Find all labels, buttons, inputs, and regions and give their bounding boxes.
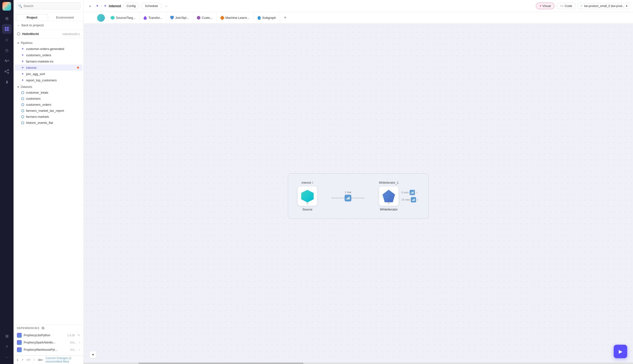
sidebar-item-join-agg-sort[interactable]: ✦ join_agg_sort	[15, 71, 82, 77]
sidebar-item-farmers-markets[interactable]: farmers-markets	[15, 114, 82, 120]
chevron-down-icon: ▼	[92, 353, 95, 356]
rail-icon-more[interactable]: ···	[2, 352, 12, 362]
dependencies-count: 5	[41, 326, 46, 330]
search-icon: 🔍	[18, 4, 22, 8]
pipelines-section-header[interactable]: ▼ Pipelines	[14, 39, 83, 46]
svg-rect-0	[5, 27, 7, 29]
transform-icon	[144, 16, 147, 20]
sidebar-item-customers[interactable]: customers	[15, 96, 82, 102]
view-code-button[interactable]: <> Code	[556, 3, 576, 9]
collapse-sidebar-button[interactable]: «	[87, 2, 94, 10]
project-icon: ⬡	[17, 32, 20, 36]
current-pipeline-icon: ✦	[104, 4, 107, 8]
env-dropdown-icon: ▾	[626, 4, 627, 8]
svg-point-6	[8, 72, 9, 74]
rail-icon-help[interactable]: ?	[2, 342, 12, 352]
pipelines-chevron-icon: ▼	[17, 42, 19, 44]
source-node-label-top: interest ℹ	[301, 181, 313, 184]
palette-source-target[interactable]: Source/Targ...	[107, 12, 140, 24]
env-selector[interactable]: ✓ kw-product_small_0 (kw-prod... ▾	[578, 3, 630, 9]
rail-icon-pulse[interactable]	[2, 56, 12, 66]
datasets-chevron-icon: ▼	[17, 86, 19, 88]
palette-join-split[interactable]: Join/Spl...	[166, 12, 193, 24]
edit-dep-icon[interactable]: ✎	[78, 334, 80, 337]
tab-environment[interactable]: Environment	[49, 14, 81, 21]
svg-rect-2	[5, 29, 7, 31]
nav-more-button[interactable]: ···	[164, 3, 169, 9]
expand-dep-icon[interactable]: ›	[79, 348, 80, 352]
rail-icon-download[interactable]: ⬇	[2, 77, 12, 87]
svg-rect-10	[347, 198, 348, 200]
datasets-section-header[interactable]: ▼ Datasets	[14, 83, 83, 90]
svg-rect-12	[349, 196, 350, 200]
analytics-icon[interactable]: ↗	[21, 358, 24, 362]
sidebar-item-farmers-market-tax-report[interactable]: farmers_market_tax_report	[15, 108, 82, 114]
run-button[interactable]: ▶	[614, 345, 627, 358]
rail-icon-diamonds[interactable]: ◇	[2, 35, 12, 44]
unsaved-indicator	[77, 66, 79, 68]
palette-transform[interactable]: Transfor...	[140, 12, 166, 24]
svg-rect-14	[412, 192, 412, 194]
svg-rect-19	[414, 199, 415, 201]
svg-rect-16	[413, 191, 414, 194]
dependencies-section: DEPENDENCIES 5 ProphecyLibsPython 1.9.29…	[14, 324, 83, 355]
search-input[interactable]	[17, 2, 81, 10]
canvas-area[interactable]: interest ℹ 0 Source 1 row	[84, 24, 633, 364]
info-icon[interactable]: ℹ	[17, 358, 18, 362]
view-visual-button[interactable]: ♥ Visual	[536, 3, 554, 9]
dep-item-prophecy-spark-abinitio: ProphecySparkAbinitio... 0.0... ›	[17, 339, 80, 346]
pipeline-icon: ✦	[21, 78, 24, 82]
app-logo[interactable]	[3, 2, 11, 10]
pipeline-canvas: interest ℹ 0 Source 1 row	[288, 173, 429, 219]
dataset-icon	[21, 103, 24, 106]
svg-point-4	[5, 71, 6, 72]
conn-port-right	[363, 198, 364, 198]
sidebar: 🔍 Project Environment ← Back to projects…	[14, 0, 84, 364]
while-node-box[interactable]: 0	[379, 186, 398, 206]
tab-project[interactable]: Project	[16, 14, 48, 21]
source-node-label-bottom: Source	[302, 208, 312, 211]
palette-bar: Source/Targ... Transfor... Join/Spl... C…	[84, 12, 633, 24]
palette-subgraph[interactable]: Subgraph	[254, 12, 280, 24]
collapse-panel-button[interactable]: ▼	[89, 351, 97, 358]
horizontal-scrollbar[interactable]	[84, 362, 633, 364]
node-info-icon[interactable]: ℹ	[312, 181, 313, 184]
palette-sphere[interactable]	[95, 12, 107, 24]
sidebar-item-report-top-customers[interactable]: ✦ report_top_customers	[15, 77, 82, 83]
sidebar-item-customer-orders-generated[interactable]: ✦ customer-orders-generated	[15, 46, 82, 52]
sidebar-item-customer-totals[interactable]: customer_totals	[15, 90, 82, 96]
sidebar-item-customers-orders[interactable]: ✦ customers_orders	[15, 52, 82, 58]
nav-pipeline-icon: ✦	[96, 4, 99, 8]
source-node-box[interactable]: 0	[298, 186, 317, 206]
commit-changes-link[interactable]: Commit Changes (2 uncommitted files)	[46, 356, 80, 363]
rail-icon-table[interactable]: ⊞	[2, 331, 12, 341]
sidebar-item-interest[interactable]: ✦ interest	[15, 64, 82, 71]
dataset-icon	[21, 116, 24, 118]
palette-machine-learning[interactable]: Machine Learni...	[217, 12, 254, 24]
expand-dep-icon[interactable]: ›	[79, 341, 80, 344]
sidebar-item-farmers-markets-irs[interactable]: ✦ farmers-markets-irs	[15, 58, 82, 64]
palette-add-button[interactable]: +	[281, 15, 289, 20]
schedule-tab[interactable]: Schedule	[141, 3, 162, 9]
sidebar-item-historic-events-flat[interactable]: historic_events_flat	[15, 120, 82, 126]
sidebar-item-customers-orders-ds[interactable]: customers_orders	[15, 102, 82, 108]
project-version: HelloWorld/0.1	[63, 32, 80, 36]
palette-custom[interactable]: Custo...	[193, 12, 217, 24]
pipeline-icon: ✦	[21, 47, 24, 51]
ml-icon	[220, 16, 225, 20]
while-iterator-with-ports: WhileIterator_1 0 WhileIterator 0 rows	[379, 181, 419, 211]
svg-line-7	[6, 70, 8, 71]
rail-icon-pipelines[interactable]	[2, 24, 12, 34]
rail-icon-projects[interactable]: ⊞	[2, 14, 12, 23]
scrollbar-thumb	[138, 362, 303, 364]
svg-rect-13	[411, 192, 411, 194]
config-tab[interactable]: Config	[123, 3, 139, 9]
rail-icon-nodes[interactable]	[2, 66, 12, 76]
back-to-projects[interactable]: ← Back to projects	[14, 21, 83, 30]
dataset-icon	[21, 109, 24, 112]
rail-icon-clock[interactable]: ◷	[2, 46, 12, 55]
datasets-label: Datasets	[21, 85, 32, 88]
dep-item-prophecy-warehouse-pyt: ProphecyWarehousePyt... 0.0... ›	[17, 346, 80, 354]
conn-line-left	[333, 198, 345, 198]
code-icon[interactable]: </>	[26, 358, 31, 362]
